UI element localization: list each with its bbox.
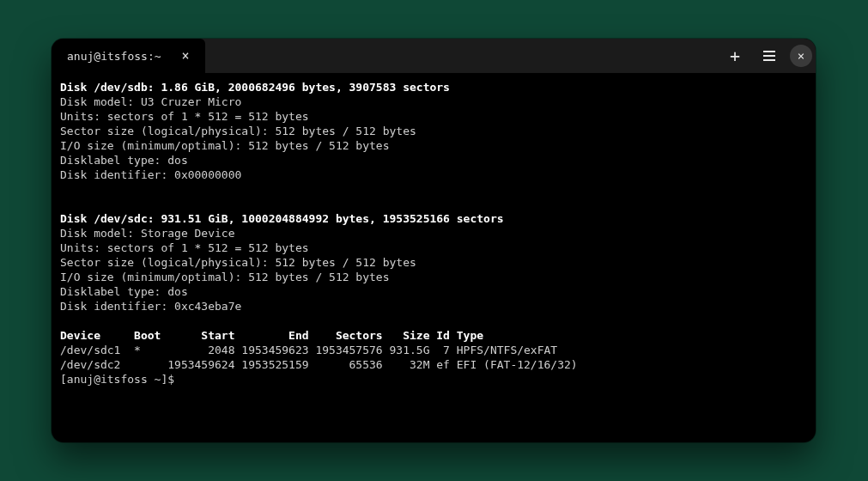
- window-close-button[interactable]: ×: [786, 39, 816, 73]
- disk-sdc-io-size: I/O size (minimum/optimal): 512 bytes / …: [60, 271, 390, 283]
- plus-icon: +: [730, 46, 740, 66]
- disk-sdb-label-type: Disklabel type: dos: [60, 154, 188, 167]
- disk-sdc-sector-size: Sector size (logical/physical): 512 byte…: [60, 256, 416, 269]
- terminal-window: anuj@itsfoss:~ × + × Disk /dev/sdb: 1.86…: [52, 39, 816, 442]
- terminal-tab[interactable]: anuj@itsfoss:~ ×: [52, 39, 205, 73]
- disk-sdc-identifier: Disk identifier: 0xc43eba7e: [60, 300, 241, 313]
- disk-sdc-label-type: Disklabel type: dos: [60, 285, 188, 298]
- tab-close-button[interactable]: ×: [179, 48, 193, 64]
- titlebar-spacer: [205, 39, 718, 73]
- disk-sdb-sector-size: Sector size (logical/physical): 512 byte…: [60, 125, 416, 137]
- disk-sdb-model: Disk model: U3 Cruzer Micro: [60, 95, 248, 108]
- terminal-output[interactable]: Disk /dev/sdb: 1.86 GiB, 2000682496 byte…: [52, 73, 816, 442]
- hamburger-icon: [763, 51, 775, 61]
- menu-button[interactable]: [752, 39, 786, 73]
- partition-row-2: /dev/sdc2 1953459624 1953525159 65536 32…: [60, 358, 578, 371]
- disk-sdb-units: Units: sectors of 1 * 512 = 512 bytes: [60, 110, 309, 123]
- new-tab-button[interactable]: +: [718, 39, 752, 73]
- partition-table-header: Device Boot Start End Sectors Size Id Ty…: [60, 329, 483, 342]
- disk-sdb-io-size: I/O size (minimum/optimal): 512 bytes / …: [60, 139, 390, 152]
- disk-sdc-units: Units: sectors of 1 * 512 = 512 bytes: [60, 241, 309, 254]
- titlebar: anuj@itsfoss:~ × + ×: [52, 39, 816, 73]
- disk-sdc-header: Disk /dev/sdc: 931.51 GiB, 1000204884992…: [60, 212, 504, 225]
- close-icon: ×: [790, 45, 812, 67]
- disk-sdc-model: Disk model: Storage Device: [60, 227, 248, 240]
- tab-title: anuj@itsfoss:~: [67, 50, 161, 63]
- partition-row-1: /dev/sdc1 * 2048 1953459623 1953457576 9…: [60, 344, 557, 356]
- disk-sdb-identifier: Disk identifier: 0x00000000: [60, 168, 241, 181]
- shell-prompt[interactable]: [anuj@itsfoss ~]$: [60, 373, 181, 386]
- disk-sdb-header: Disk /dev/sdb: 1.86 GiB, 2000682496 byte…: [60, 81, 450, 94]
